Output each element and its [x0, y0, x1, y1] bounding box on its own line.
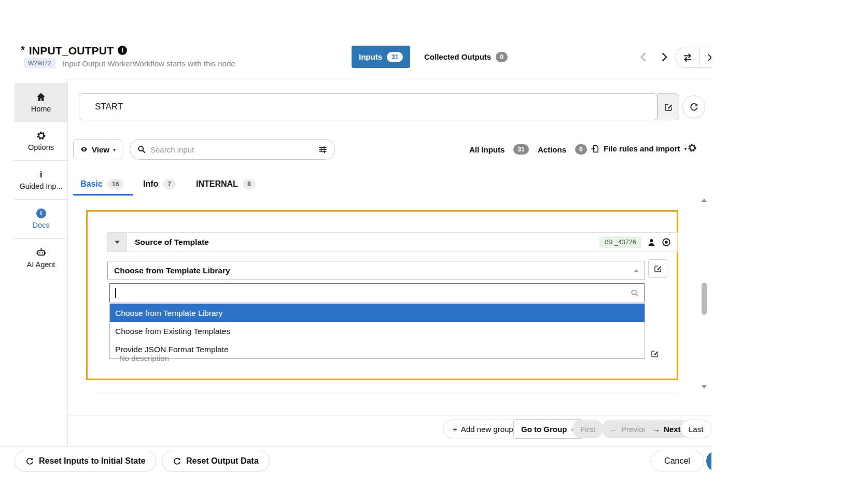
last-label: Last: [689, 425, 703, 434]
chevron-right-icon[interactable]: [659, 50, 672, 64]
group-list-divider: [93, 393, 678, 393]
info-icon[interactable]: i: [118, 46, 127, 55]
plus-icon: +: [453, 425, 457, 434]
target-icon[interactable]: [662, 238, 671, 247]
swap-node-button[interactable]: [676, 47, 699, 67]
cancel-button[interactable]: Cancel: [650, 451, 704, 471]
file-rules-dropdown[interactable]: File rules and import ▾: [591, 144, 687, 153]
robot-icon: [36, 247, 47, 258]
option-json-template[interactable]: Provide JSON Format Template: [110, 340, 645, 358]
add-new-group-button[interactable]: + Add new group: [443, 420, 523, 438]
arrow-left-icon: ←: [610, 425, 618, 434]
template-source-value: Choose from Template Library: [108, 266, 230, 275]
reset-inputs-button[interactable]: Reset Inputs to Initial State: [15, 451, 156, 471]
go-to-group-label: Go to Group: [521, 425, 567, 434]
reset-inputs-label: Reset Inputs to Initial State: [39, 456, 145, 466]
dropdown-search-input[interactable]: [116, 288, 631, 297]
eye-icon: [80, 145, 88, 154]
group-id-badge: ISL_43726: [599, 236, 641, 248]
scrollbar-down-arrow[interactable]: [701, 384, 707, 390]
sidebar-item-label: Options: [28, 143, 54, 151]
edit-node-name-button[interactable]: [657, 93, 679, 120]
first-page-button[interactable]: First: [572, 420, 603, 438]
last-page-button[interactable]: Last: [680, 420, 711, 438]
refresh-icon: [173, 457, 181, 466]
cancel-label: Cancel: [664, 456, 690, 465]
content-bottom-divider: [67, 415, 711, 415]
triangle-down-icon: [702, 385, 707, 388]
node-subtitle-row: W29872 Input Output WorkerWorkflow start…: [24, 58, 235, 68]
tab-inputs[interactable]: Inputs 31: [352, 46, 410, 68]
node-subtitle: Input Output WorkerWorkflow starts with …: [63, 59, 235, 68]
tab-basic-count: 16: [107, 179, 124, 189]
edit-template-source-button[interactable]: [648, 259, 667, 278]
chevron-down-icon: ▾: [684, 146, 687, 151]
add-new-group-label: Add new group: [461, 425, 513, 434]
sidebar-item-options[interactable]: Options: [15, 122, 67, 160]
header-divider: [67, 79, 711, 79]
actions-label: Actions: [538, 145, 566, 154]
swap-icon: [682, 52, 693, 63]
sidebar-item-ai-agent[interactable]: AI Agent: [15, 239, 67, 277]
confirm-button-clipped[interactable]: [706, 451, 711, 471]
tab-inputs-count: 31: [387, 52, 403, 62]
pencil-square-icon: [651, 350, 659, 358]
search-icon: [137, 145, 146, 154]
sidebar-item-label: Docs: [32, 221, 49, 229]
sidebar-item-guided-input[interactable]: i Guided Inp...: [15, 161, 67, 199]
all-inputs-label: All Inputs: [469, 145, 505, 154]
tab-collected-outputs-count: 0: [496, 52, 508, 62]
chevron-down-icon: [115, 241, 120, 244]
tab-collected-outputs-label: Collected Outputs: [424, 52, 491, 61]
triangle-up-icon: [702, 199, 707, 202]
node-name-field[interactable]: START: [79, 93, 657, 120]
page-title: INPUT_OUTPUT: [29, 44, 114, 58]
option-template-library[interactable]: Choose from Template Library: [110, 304, 645, 322]
info-letter-icon: i: [40, 170, 43, 179]
tab-basic[interactable]: Basic 16: [80, 179, 124, 189]
sidebar-item-docs[interactable]: i Docs: [15, 200, 67, 238]
info-circle-icon: i: [36, 208, 46, 218]
search-bar: [130, 139, 335, 160]
tab-info-count: 7: [163, 179, 176, 189]
view-dropdown-button[interactable]: View ▾: [73, 140, 122, 159]
sidebar-item-home[interactable]: Home: [15, 83, 67, 121]
collapse-group-button[interactable]: [108, 233, 127, 252]
pencil-square-icon: [664, 103, 673, 112]
file-import-icon: [591, 145, 599, 153]
pencil-square-icon: [654, 265, 662, 273]
tab-inputs-label: Inputs: [359, 52, 382, 61]
workflow-node-panel: * INPUT_OUTPUT i W29872 Input Output Wor…: [0, 0, 711, 487]
refresh-node-button[interactable]: [682, 95, 705, 118]
first-label: First: [580, 425, 595, 434]
option-existing-templates[interactable]: Choose from Existing Templates: [110, 322, 645, 340]
group-header-actions: ISL_43726: [599, 236, 677, 248]
bottom-bar-divider: [0, 446, 711, 447]
scrollbar-up-arrow[interactable]: [701, 197, 707, 203]
search-input[interactable]: [150, 145, 314, 154]
required-marker: *: [21, 44, 25, 55]
gear-icon: [36, 131, 46, 141]
template-source-options: Choose from Template Library Choose from…: [109, 303, 645, 359]
all-inputs-filter[interactable]: All Inputs 31: [469, 144, 529, 155]
file-rules-label: File rules and import: [604, 144, 680, 153]
header-action-group: [676, 47, 711, 68]
tab-info[interactable]: Info 7: [143, 179, 176, 189]
chevron-left-icon[interactable]: [638, 50, 651, 64]
settings-gear-icon[interactable]: [688, 143, 697, 152]
sidebar-item-label: Guided Inp...: [19, 182, 62, 190]
reset-output-button[interactable]: Reset Output Data: [162, 451, 270, 471]
tab-internal[interactable]: INTERNAL 8: [196, 179, 256, 189]
person-icon[interactable]: [647, 238, 656, 247]
actions-filter[interactable]: Actions 0: [538, 144, 587, 155]
template-source-select[interactable]: Choose from Template Library: [107, 261, 645, 280]
sidebar-divider: [67, 79, 68, 446]
reset-output-label: Reset Output Data: [186, 456, 259, 466]
chevron-down-icon: ▾: [113, 147, 116, 152]
scrollbar-thumb[interactable]: [702, 283, 707, 315]
close-panel-button[interactable]: [699, 47, 711, 67]
tab-collected-outputs[interactable]: Collected Outputs 0: [424, 46, 508, 68]
filter-sliders-icon[interactable]: [318, 145, 327, 154]
edit-description-button[interactable]: [651, 350, 659, 358]
refresh-icon: [689, 102, 699, 112]
